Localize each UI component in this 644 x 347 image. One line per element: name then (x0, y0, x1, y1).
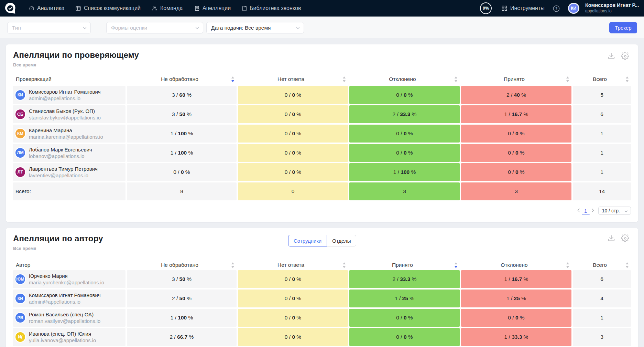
svg-text:?: ? (555, 7, 558, 11)
